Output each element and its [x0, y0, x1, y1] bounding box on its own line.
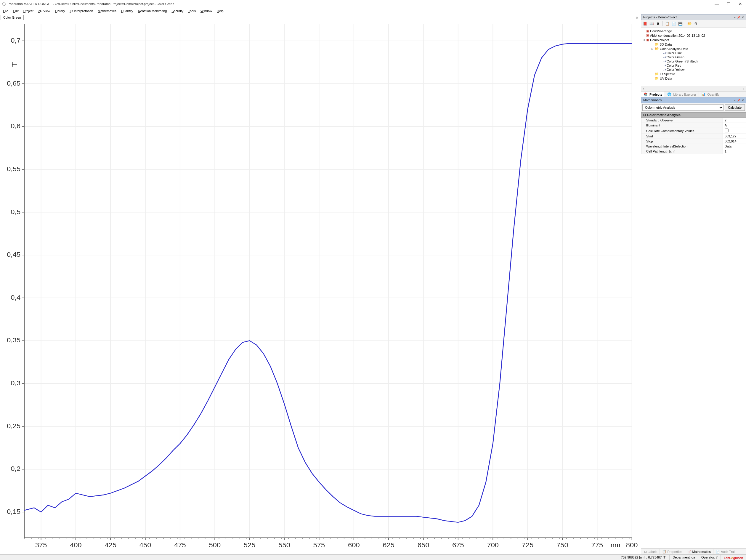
tree-item[interactable]: ▣ Aldol condensation 2014-02-13 16_02 [642, 33, 746, 38]
tree-item[interactable]: 📁 UV Data [651, 76, 698, 81]
tab-mathematics[interactable]: 📈 Mathematics [685, 549, 713, 554]
close-button[interactable]: ✕ [737, 1, 744, 6]
tree-item[interactable]: ▣ CowMilkRange [642, 29, 746, 33]
tree-item[interactable]: ▣ DemoProject [642, 38, 746, 42]
tree-scrollbar[interactable]: ‹ › [641, 86, 746, 91]
chart-pane: Color Green ✕ 37540042545047550052555057… [0, 14, 641, 554]
svg-text:0,25: 0,25 [7, 422, 21, 430]
menu-file[interactable]: File [3, 9, 8, 13]
svg-text:⊢: ⊢ [11, 60, 18, 68]
svg-text:750: 750 [556, 541, 568, 549]
menu-ir-interpretation[interactable]: IR Interpretation [69, 9, 93, 13]
scroll-right-icon[interactable]: › [742, 87, 746, 90]
new-project-icon[interactable]: 📕 [642, 21, 648, 26]
panel-dropdown-icon[interactable]: ▾ [734, 16, 736, 19]
scroll-left-icon[interactable]: ‹ [641, 87, 645, 90]
tree-item[interactable]: 📂 Color Analysis Data [651, 47, 698, 51]
tab-library-explorer[interactable]: 🌐 Library Explorer [665, 91, 699, 97]
svg-text:0,7: 0,7 [11, 37, 21, 44]
document-close-button[interactable]: ✕ [634, 16, 640, 20]
svg-text:550: 550 [278, 541, 290, 549]
minimize-button[interactable]: — [713, 1, 720, 6]
svg-text:0,15: 0,15 [7, 508, 21, 515]
menu-tools[interactable]: Tools [188, 9, 196, 13]
copy-icon[interactable]: 📋 [665, 21, 670, 26]
method-properties[interactable]: ⊟ Colorimetric Analysis Standard Observe… [641, 112, 746, 549]
mathematics-panel-header: Mathematics ▾ 📌 ✕ [641, 97, 746, 103]
prop-checkbox[interactable] [725, 128, 728, 132]
tab-properties[interactable]: 📋 Properties [660, 549, 685, 554]
rightcol-bottom-tabbar: 🏷 Labels 📋 Properties 📈 Mathematics 📄 Au… [641, 549, 746, 554]
projects-panel-title: Projects - DemoProject [643, 16, 677, 19]
remove-folder-icon[interactable]: 🗑 [693, 21, 698, 26]
prop-value[interactable]: 363,127 [723, 134, 746, 139]
panel-pin-icon[interactable]: 📌 [737, 16, 740, 19]
maximize-button[interactable]: ☐ [725, 1, 732, 6]
tree-item[interactable]: 𝒩 Color Green (Shifted) [660, 59, 698, 63]
svg-text:525: 525 [244, 541, 256, 549]
math-pin-icon[interactable]: 📌 [737, 98, 740, 102]
calculate-button[interactable]: Calculate [725, 104, 745, 111]
window-title: Panorama MASTER DONGLE - C:\Users\Public… [8, 2, 713, 6]
menu-security[interactable]: Security [171, 9, 183, 13]
document-tab[interactable]: Color Green [1, 15, 24, 20]
svg-text:775: 775 [591, 541, 603, 549]
svg-text:475: 475 [174, 541, 186, 549]
brand-logo: LabCognition [721, 555, 746, 560]
tree-item[interactable]: 𝒩 Color Green [660, 55, 698, 59]
svg-text:0,6: 0,6 [11, 122, 21, 130]
prop-value[interactable]: 2 [723, 118, 746, 123]
tab-quantify[interactable]: 📊 Quantify [699, 91, 722, 97]
prop-value[interactable]: Data [723, 144, 746, 149]
tree-item[interactable]: 📁 IR Spectra [651, 72, 698, 76]
tab-audit-trail[interactable]: 📄 Audit Trail [713, 549, 738, 554]
svg-text:400: 400 [70, 541, 82, 549]
svg-text:nm: nm [611, 541, 621, 549]
math-close-icon[interactable]: ✕ [742, 98, 744, 102]
paste-icon[interactable]: 📄 [671, 21, 677, 26]
tab-projects[interactable]: 📚 Projects [641, 91, 665, 97]
prop-value[interactable]: 802,014 [723, 139, 746, 144]
tree-item[interactable]: 𝒩 Color Red [660, 63, 698, 67]
svg-text:575: 575 [313, 541, 325, 549]
prop-name: Standard Observer [641, 118, 723, 123]
svg-text:0,5: 0,5 [11, 208, 21, 215]
menu-quantify[interactable]: Quantify [121, 9, 133, 13]
svg-text:425: 425 [105, 541, 116, 549]
prop-value[interactable]: A [723, 123, 746, 128]
tab-labels[interactable]: 🏷 Labels [641, 549, 660, 554]
menu-window[interactable]: Window [200, 9, 212, 13]
open-folder-icon[interactable]: 📂 [687, 21, 692, 26]
svg-text:0,45: 0,45 [7, 251, 21, 258]
tree-item[interactable]: 𝒩 Color Yellow [660, 67, 698, 72]
menu-edit[interactable]: Edit [13, 9, 19, 13]
delete-project-icon[interactable]: ✖ [655, 21, 661, 26]
menu-library[interactable]: Library [55, 9, 65, 13]
document-tabstrip: Color Green ✕ [0, 14, 641, 20]
menu-2d-view[interactable]: 2D View [38, 9, 50, 13]
menubar: FileEditProject2D ViewLibraryIR Interpre… [0, 8, 746, 14]
prop-value[interactable]: 1 [723, 149, 746, 154]
prop-name: Illuminant [641, 123, 723, 128]
panel-close-icon[interactable]: ✕ [742, 16, 744, 19]
svg-text:625: 625 [383, 541, 395, 549]
spectrum-chart[interactable]: 3754004254504755005255505756006256506757… [0, 20, 641, 554]
method-select[interactable]: Colorimetric Analysis [642, 104, 723, 111]
export-icon[interactable]: 💾 [678, 21, 683, 26]
menu-mathematics[interactable]: Mathematics [98, 9, 116, 13]
projects-tabbar: 📚 Projects 🌐 Library Explorer 📊 Quantify [641, 91, 746, 97]
svg-text:0,4: 0,4 [11, 294, 21, 301]
menu-help[interactable]: Help [217, 9, 224, 13]
menu-project[interactable]: Project [23, 9, 33, 13]
menu-reaction-monitoring[interactable]: Reaction Monitoring [138, 9, 167, 13]
tree-item[interactable]: 𝒩 Color Blue [660, 51, 698, 55]
projects-tree[interactable]: ▣ CowMilkRange▣ Aldol condensation 2014-… [641, 28, 746, 86]
status-coordinates: 702,988892 [nm] , 0,723487 [T] [618, 555, 670, 560]
svg-text:675: 675 [452, 541, 464, 549]
projects-toolbar: 📕 📖 ✖ 📋 📄 💾 📂 🗑 [641, 20, 746, 28]
open-project-icon[interactable]: 📖 [649, 21, 654, 26]
status-operator: Operator: jf [698, 555, 721, 560]
tree-item[interactable]: 📁 3D Data [651, 42, 698, 47]
math-dropdown-icon[interactable]: ▾ [734, 98, 736, 102]
prop-value[interactable] [723, 128, 746, 134]
